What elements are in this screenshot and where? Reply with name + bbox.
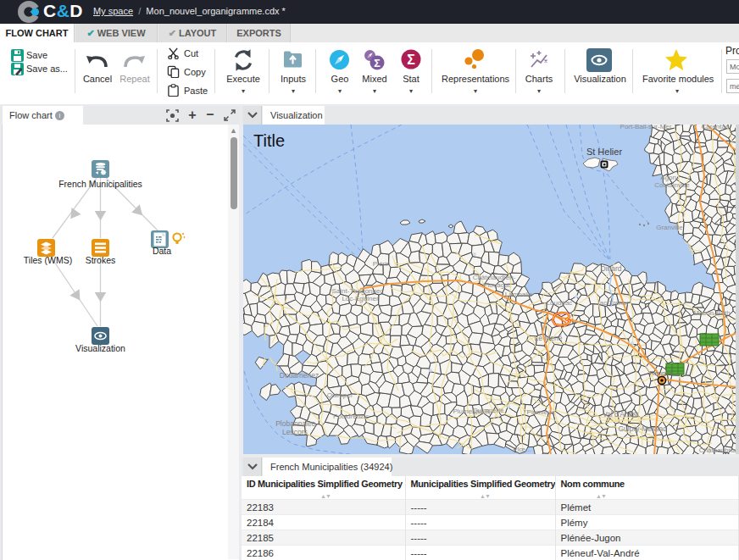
svg-text:Tiles (WMS): Tiles (WMS) — [24, 255, 72, 265]
svg-text:Plœ...: Plœ... — [513, 446, 531, 453]
svg-text:Douarnenez: Douarnenez — [280, 371, 319, 380]
svg-text:Châteaubriant: Châteaubriant — [699, 446, 739, 454]
svg-text:Rennes: Rennes — [649, 369, 673, 377]
svg-text:Dinard: Dinard — [600, 264, 621, 273]
svg-text:Lamballe: Lamballe — [505, 291, 533, 298]
svg-text:Saint-Thégonnec: Saint-Thégonnec — [332, 287, 384, 295]
svg-text:Strokes: Strokes — [86, 255, 116, 265]
svg-text:Plobannalec-: Plobannalec- — [275, 419, 318, 428]
svg-text:Plouagat: Plouagat — [483, 281, 510, 289]
svg-text:Plérin: Plérin — [373, 260, 390, 268]
svg-text:Visualization: Visualization — [75, 343, 125, 353]
svg-text:Val d'Anast: Val d'Anast — [603, 410, 639, 419]
svg-text:Agon-: Agon- — [660, 174, 679, 181]
svg-text:Data: Data — [153, 246, 171, 256]
svg-text:Σ: Σ — [407, 53, 415, 67]
svg-text:Lescors: Lescors — [282, 428, 308, 436]
svg-text:Carentan: Carentan — [702, 125, 730, 130]
svg-text:St Helier: St Helier — [586, 147, 623, 157]
svg-text:Port-Bail-sur-Mer: Port-Bail-sur-Mer — [620, 125, 672, 130]
svg-text:Quimper: Quimper — [327, 391, 353, 399]
svg-text:...-ac-Tréhor: ...-ac-Tréhor — [592, 299, 629, 307]
svg-text:Σ: Σ — [374, 58, 381, 69]
svg-text:Coutainville: Coutainville — [654, 181, 690, 189]
svg-text:Loudéac: Loudéac — [547, 299, 573, 307]
svg-text:Pouldreuzic: Pouldreuzic — [333, 413, 369, 420]
svg-text:Guipry-Messac: Guipry-Messac — [618, 424, 667, 433]
svg-text:French Municipalities: French Municipalities — [58, 179, 142, 189]
svg-text:Le Mené: Le Mené — [534, 334, 562, 342]
svg-text:Granville: Granville — [656, 224, 683, 231]
svg-text:Loc-Eguiner: Loc-Eguiner — [342, 295, 378, 302]
svg-text:Plumieux: Plumieux — [527, 408, 555, 416]
svg-text:Macon-Rôth: Macon-Rôth — [693, 309, 731, 317]
svg-text:Châtelaudren-: Châtelaudren- — [473, 274, 516, 281]
svg-text:Plumeliau-B: Plumeliau-B — [453, 408, 489, 415]
